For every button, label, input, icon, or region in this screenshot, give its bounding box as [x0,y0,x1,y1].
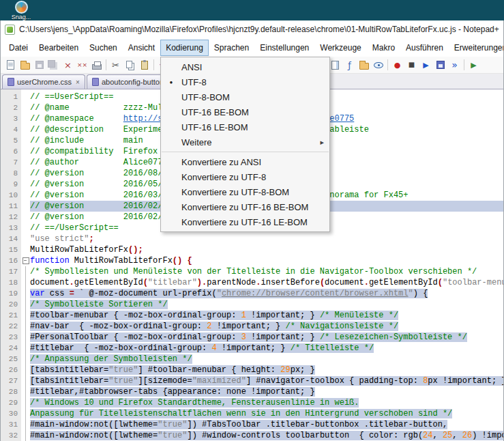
screen: Snag... C:\Users\jens_\AppData\Roaming\M… [0,0,504,441]
code-line[interactable]: 30Anpassung für Titelleistenschaltfläche… [1,408,503,419]
menubar-item-ausführen[interactable]: Ausführen [400,40,449,56]
code-line[interactable]: 17/* Symbolleisten und Menüleiste von de… [1,266,503,277]
code-line[interactable]: 19var css = ` @-moz-document url-prefix(… [1,288,503,299]
encoding-menu: ANSI●UTF-8UTF-8-BOMUTF-16 BE-BOMUTF-16 L… [160,57,330,232]
menu-item-ansi[interactable]: ANSI [161,59,329,74]
menubar-item-makro[interactable]: Makro [367,40,400,56]
line-number: 16 [1,255,21,266]
desktop-strip: Snag... [0,0,504,20]
open-folder-icon[interactable] [18,59,31,72]
code-line[interactable]: 21#toolbar-menubar { -moz-box-ordinal-gr… [1,310,503,321]
menu-item-konvertiere-zu-utf-16-le-bom[interactable]: Konvertiere zu UTF-16 LE-BOM [161,214,329,229]
code-line[interactable]: 27[tabsintitlebar="true"][sizemode="maxi… [1,375,503,386]
code-line[interactable]: 25/* Anpassung der Symbolleisten */ [1,354,503,365]
save-all-glyph [48,60,55,68]
tab-userchrome-css[interactable]: userChrome.css× [2,74,85,89]
code-token: // ==/UserScript== [30,223,119,233]
code-line[interactable]: 26[tabsintitlebar="true"] #toolbar-menub… [1,365,503,375]
folder-as-workspace-icon[interactable] [357,59,370,72]
menu-item-konvertiere-zu-utf-8[interactable]: Konvertiere zu UTF-8 [161,169,329,184]
code-token: parentNode [207,278,256,287]
print-icon[interactable] [90,59,103,72]
fold-margin [21,233,30,244]
menubar-item-erweiterungen[interactable]: Erweiterungen [449,40,503,56]
menubar-item-einstellungen[interactable]: Einstellungen [254,40,314,56]
copy-icon[interactable] [123,59,136,72]
tab-aboutconfig-button[interactable]: aboutconfig-button [87,74,169,89]
fold-margin [21,135,30,146]
function-list-icon[interactable]: ƒ [343,59,356,72]
paste-icon[interactable] [138,59,151,72]
menubar-item-werkzeuge[interactable]: Werkzeuge [314,40,366,56]
code-line[interactable]: 22#nav-bar { -moz-box-ordinal-group: 2 !… [1,321,503,332]
menubar-item-datei[interactable]: Datei [3,40,33,56]
code-line[interactable]: 16function MultiRowTabLiteforFx() { [1,255,503,266]
code-token: , [452,431,462,440]
record-macro-glyph: ● [394,61,401,69]
code-line[interactable]: 23#PersonalToolbar { -moz-box-ordinal-gr… [1,332,503,343]
fold-margin [21,113,30,124]
code-token: ; [89,234,93,244]
code-token: = [70,289,79,298]
code-line[interactable]: 28#titlebar,#tabbrowser-tabs {appearance… [1,386,503,397]
code-line[interactable]: 31#main-window:not([lwtheme="true"]) #Ta… [1,419,503,430]
menubar-item-ansicht[interactable]: Ansicht [123,40,160,56]
close-glyph: × [64,61,72,70]
menubar-item-sprachen[interactable]: Sprachen [209,40,254,56]
save-macro-icon[interactable] [434,59,447,72]
run-macro-multiple-icon[interactable]: » [448,59,461,72]
code-line[interactable]: 24#titlebar { -moz-box-ordinal-group: 4 … [1,343,503,354]
fold-margin [21,408,30,419]
fold-margin [21,277,30,288]
code-line[interactable]: 15MultiRowTabLiteforFx(); [1,244,503,255]
code-line[interactable]: 29/* Windows 10 und Firefox Standardthem… [1,397,503,408]
menu-item-weitere[interactable]: Weitere▸ [161,134,329,150]
code-text: function MultiRowTabLiteforFx() { [30,255,503,266]
fold-margin [21,212,30,223]
stop-recording-icon[interactable]: ■ [405,59,418,72]
menubar-item-kodierung[interactable]: Kodierung [160,40,209,56]
cut-icon[interactable]: ✂ [109,59,122,72]
tab-close-icon[interactable]: × [76,79,80,86]
play-macro-icon[interactable]: ▶ [419,59,432,72]
menu-item-konvertiere-zu-utf-16-be-bom[interactable]: Konvertiere zu UTF-16 BE-BOM [161,199,329,214]
monitoring-eye-icon[interactable] [372,59,385,72]
code-token: . [364,278,369,287]
fold-margin [21,201,30,212]
menubar-item-bearbeiten[interactable]: Bearbeiten [33,40,84,56]
document-map-icon[interactable] [329,59,342,72]
menu-item-konvertiere-zu-utf-8-bom[interactable]: Konvertiere zu UTF-8-BOM [161,184,329,199]
copy-glyph [126,61,132,68]
line-number: 18 [1,277,21,288]
new-file-icon[interactable] [4,59,17,72]
code-token: "use strict" [30,234,89,244]
shortcut-label: Snag... [5,14,37,20]
fold-collapse-icon[interactable] [21,255,30,266]
save-all-icon[interactable] [47,59,60,72]
code-line[interactable]: 20/* Symbolleiste Sortieren */ [1,299,503,310]
code-line[interactable]: 14"use strict"; [1,233,503,244]
line-number: 17 [1,266,21,277]
menu-item-label: UTF-8-BOM [181,92,324,102]
code-token: getElementById [74,278,143,287]
code-token: // @compatibility Firefox 69 [30,147,173,156]
menu-item-utf-8[interactable]: ●UTF-8 [161,74,329,89]
run-icon[interactable]: ▶ [467,59,480,72]
menubar-item-suchen[interactable]: Suchen [84,40,123,56]
menu-item-utf-8-bom[interactable]: UTF-8-BOM [161,89,329,104]
folder-as-workspace-glyph [359,63,369,70]
code-line[interactable]: 18document.getElementById("titlebar").pa… [1,277,503,288]
code-token: css [45,289,70,298]
desktop-shortcut-snagit[interactable]: Snag... [5,1,37,20]
menu-item-utf-16-be-bom[interactable]: UTF-16 BE-BOM [161,104,329,119]
save-icon[interactable] [33,59,46,72]
code-token: !important; } [217,343,291,353]
record-macro-icon[interactable]: ● [391,59,404,72]
menu-item-utf-16-le-bom[interactable]: UTF-16 LE-BOM [161,119,329,134]
code-text: "use strict"; [30,233,503,244]
menu-item-konvertiere-zu-ansi[interactable]: Konvertiere zu ANSI [161,154,329,169]
close-all-icon[interactable]: ×× [76,59,89,72]
toolbar-separator [153,59,154,70]
code-line[interactable]: 32#main-window:not([lwtheme="true"]) #wi… [1,430,503,441]
close-icon[interactable]: × [61,59,74,72]
